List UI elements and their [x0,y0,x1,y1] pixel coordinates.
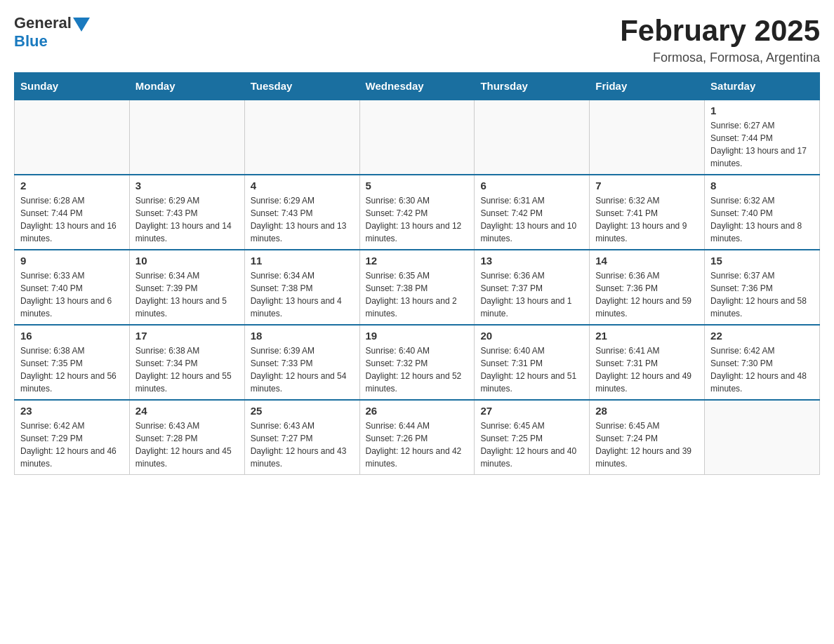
day-info: Sunrise: 6:38 AM Sunset: 7:34 PM Dayligh… [135,344,239,395]
calendar-week-row: 2Sunrise: 6:28 AM Sunset: 7:44 PM Daylig… [15,175,820,250]
day-info: Sunrise: 6:28 AM Sunset: 7:44 PM Dayligh… [20,194,124,245]
day-number: 8 [710,180,814,192]
day-info: Sunrise: 6:40 AM Sunset: 7:31 PM Dayligh… [480,344,583,395]
table-row [129,100,244,175]
table-row: 1Sunrise: 6:27 AM Sunset: 7:44 PM Daylig… [705,100,820,175]
day-number: 13 [480,255,583,267]
day-number: 6 [480,180,583,192]
day-info: Sunrise: 6:32 AM Sunset: 7:40 PM Dayligh… [710,194,814,245]
calendar-week-row: 16Sunrise: 6:38 AM Sunset: 7:35 PM Dayli… [15,325,820,400]
table-row: 4Sunrise: 6:29 AM Sunset: 7:43 PM Daylig… [244,175,359,250]
day-info: Sunrise: 6:40 AM Sunset: 7:32 PM Dayligh… [366,344,469,395]
calendar-week-row: 23Sunrise: 6:42 AM Sunset: 7:29 PM Dayli… [15,400,820,475]
day-number: 19 [366,330,469,342]
day-number: 14 [595,255,699,267]
table-row: 23Sunrise: 6:42 AM Sunset: 7:29 PM Dayli… [15,400,130,475]
location: Formosa, Formosa, Argentina [620,51,820,65]
day-info: Sunrise: 6:29 AM Sunset: 7:43 PM Dayligh… [135,194,239,245]
day-number: 9 [20,255,124,267]
day-number: 26 [366,405,469,417]
logo-arrow-icon [73,18,90,32]
day-number: 11 [251,255,354,267]
day-number: 28 [595,405,699,417]
day-number: 3 [135,180,239,192]
table-row: 14Sunrise: 6:36 AM Sunset: 7:36 PM Dayli… [590,250,705,325]
page-header: General Blue February 2025 Formosa, Form… [14,14,820,65]
table-row: 11Sunrise: 6:34 AM Sunset: 7:38 PM Dayli… [244,250,359,325]
table-row [705,400,820,475]
day-info: Sunrise: 6:41 AM Sunset: 7:31 PM Dayligh… [595,344,699,395]
table-row: 24Sunrise: 6:43 AM Sunset: 7:28 PM Dayli… [129,400,244,475]
day-number: 2 [20,180,124,192]
day-info: Sunrise: 6:35 AM Sunset: 7:38 PM Dayligh… [366,269,469,320]
logo-general-text: General [14,14,72,32]
table-row: 8Sunrise: 6:32 AM Sunset: 7:40 PM Daylig… [705,175,820,250]
table-row [475,100,590,175]
day-number: 16 [20,330,124,342]
day-info: Sunrise: 6:29 AM Sunset: 7:43 PM Dayligh… [251,194,354,245]
day-number: 4 [251,180,354,192]
table-row: 9Sunrise: 6:33 AM Sunset: 7:40 PM Daylig… [15,250,130,325]
day-number: 23 [20,405,124,417]
table-row: 18Sunrise: 6:39 AM Sunset: 7:33 PM Dayli… [244,325,359,400]
table-row: 22Sunrise: 6:42 AM Sunset: 7:30 PM Dayli… [705,325,820,400]
day-info: Sunrise: 6:36 AM Sunset: 7:36 PM Dayligh… [595,269,699,320]
day-info: Sunrise: 6:45 AM Sunset: 7:24 PM Dayligh… [595,420,699,470]
table-row: 21Sunrise: 6:41 AM Sunset: 7:31 PM Dayli… [590,325,705,400]
table-row: 16Sunrise: 6:38 AM Sunset: 7:35 PM Dayli… [15,325,130,400]
table-row: 17Sunrise: 6:38 AM Sunset: 7:34 PM Dayli… [129,325,244,400]
table-row [15,100,130,175]
day-number: 18 [251,330,354,342]
header-thursday: Thursday [475,73,590,100]
day-number: 24 [135,405,239,417]
header-saturday: Saturday [705,73,820,100]
header-sunday: Sunday [15,73,130,100]
day-info: Sunrise: 6:37 AM Sunset: 7:36 PM Dayligh… [710,269,814,320]
table-row: 5Sunrise: 6:30 AM Sunset: 7:42 PM Daylig… [359,175,475,250]
table-row [359,100,475,175]
table-row [590,100,705,175]
calendar-header-row: Sunday Monday Tuesday Wednesday Thursday… [15,73,820,100]
table-row: 12Sunrise: 6:35 AM Sunset: 7:38 PM Dayli… [359,250,475,325]
day-info: Sunrise: 6:32 AM Sunset: 7:41 PM Dayligh… [595,194,699,245]
day-info: Sunrise: 6:42 AM Sunset: 7:29 PM Dayligh… [20,420,124,470]
day-number: 17 [135,330,239,342]
day-number: 27 [480,405,583,417]
day-info: Sunrise: 6:43 AM Sunset: 7:27 PM Dayligh… [251,420,354,470]
month-title: February 2025 [620,14,820,48]
table-row: 2Sunrise: 6:28 AM Sunset: 7:44 PM Daylig… [15,175,130,250]
header-friday: Friday [590,73,705,100]
day-info: Sunrise: 6:42 AM Sunset: 7:30 PM Dayligh… [710,344,814,395]
day-info: Sunrise: 6:31 AM Sunset: 7:42 PM Dayligh… [480,194,583,245]
calendar-table: Sunday Monday Tuesday Wednesday Thursday… [14,72,820,475]
day-info: Sunrise: 6:30 AM Sunset: 7:42 PM Dayligh… [366,194,469,245]
table-row: 13Sunrise: 6:36 AM Sunset: 7:37 PM Dayli… [475,250,590,325]
day-number: 7 [595,180,699,192]
table-row: 7Sunrise: 6:32 AM Sunset: 7:41 PM Daylig… [590,175,705,250]
table-row: 6Sunrise: 6:31 AM Sunset: 7:42 PM Daylig… [475,175,590,250]
table-row: 15Sunrise: 6:37 AM Sunset: 7:36 PM Dayli… [705,250,820,325]
day-info: Sunrise: 6:27 AM Sunset: 7:44 PM Dayligh… [710,119,814,170]
day-info: Sunrise: 6:39 AM Sunset: 7:33 PM Dayligh… [251,344,354,395]
table-row [244,100,359,175]
header-tuesday: Tuesday [244,73,359,100]
day-number: 21 [595,330,699,342]
day-number: 10 [135,255,239,267]
table-row: 20Sunrise: 6:40 AM Sunset: 7:31 PM Dayli… [475,325,590,400]
table-row: 26Sunrise: 6:44 AM Sunset: 7:26 PM Dayli… [359,400,475,475]
table-row: 27Sunrise: 6:45 AM Sunset: 7:25 PM Dayli… [475,400,590,475]
calendar-week-row: 9Sunrise: 6:33 AM Sunset: 7:40 PM Daylig… [15,250,820,325]
day-number: 22 [710,330,814,342]
day-info: Sunrise: 6:45 AM Sunset: 7:25 PM Dayligh… [480,420,583,470]
day-number: 12 [366,255,469,267]
day-number: 15 [710,255,814,267]
day-info: Sunrise: 6:43 AM Sunset: 7:28 PM Dayligh… [135,420,239,470]
day-info: Sunrise: 6:34 AM Sunset: 7:39 PM Dayligh… [135,269,239,320]
header-monday: Monday [129,73,244,100]
day-number: 20 [480,330,583,342]
title-section: February 2025 Formosa, Formosa, Argentin… [620,14,820,65]
day-info: Sunrise: 6:44 AM Sunset: 7:26 PM Dayligh… [366,420,469,470]
day-info: Sunrise: 6:36 AM Sunset: 7:37 PM Dayligh… [480,269,583,320]
day-info: Sunrise: 6:38 AM Sunset: 7:35 PM Dayligh… [20,344,124,395]
day-number: 25 [251,405,354,417]
